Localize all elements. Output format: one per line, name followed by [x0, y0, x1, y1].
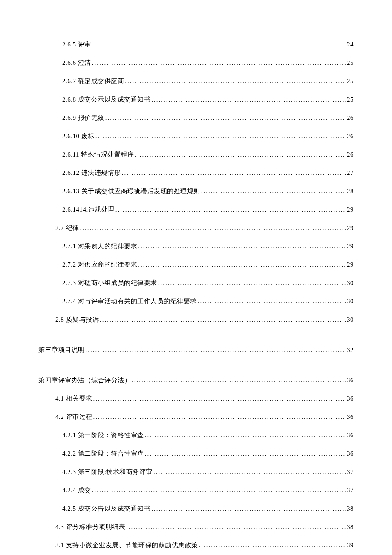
- toc-page-number: 29: [347, 261, 354, 268]
- toc-leader-dots: [145, 450, 346, 457]
- toc-page-number: 30: [347, 279, 354, 287]
- toc-label: 4.3 评分标准分项明细表: [55, 523, 125, 531]
- toc-entry: 2.6.12 违法违规情形 27: [38, 169, 354, 177]
- toc-label: 2.6.9 报价无效: [62, 114, 104, 122]
- toc-entry: 4.2 评审过程36: [38, 413, 354, 421]
- toc-label: 2.6.5 评审: [62, 41, 91, 49]
- toc-leader-dots: [153, 468, 346, 476]
- toc-leader-dots: [95, 133, 346, 140]
- toc-entry: 2.6.9 报价无效 26: [38, 114, 354, 122]
- toc-gap: [38, 364, 354, 376]
- toc-page-number: 37: [347, 487, 354, 494]
- toc-entry: 2.6.11 特殊情况处置程序 26: [38, 151, 354, 159]
- toc-leader-dots: [138, 261, 346, 268]
- toc-leader-dots: [93, 413, 346, 421]
- toc-page-number: 32: [347, 346, 354, 354]
- toc-page-number: 25: [347, 96, 354, 103]
- toc-entry: 2.7 纪律29: [38, 224, 354, 232]
- toc-page-number: 36: [347, 413, 354, 421]
- toc-label: 4.2.2 第二阶段：符合性审查: [62, 450, 144, 458]
- toc-page-number: 25: [347, 59, 354, 67]
- toc-label: 4.2.4 成交: [62, 486, 91, 494]
- toc-label: 3.1 支持小微企业发展、节能环保的鼓励优惠政策: [55, 541, 198, 549]
- toc-label: 2.7.2 对供应商的纪律要求: [62, 261, 137, 269]
- toc-leader-dots: [115, 206, 346, 213]
- toc-leader-dots: [92, 59, 346, 67]
- toc-label: 2.6.11 特殊情况处置程序: [62, 151, 134, 159]
- toc-entry: 2.6.8 成交公示以及成交通知书 25: [38, 96, 354, 104]
- toc-page-number: 26: [347, 151, 354, 158]
- toc-gap: [38, 334, 354, 346]
- toc-leader-dots: [122, 169, 346, 177]
- toc-page-number: 39: [347, 542, 354, 549]
- toc-leader-dots: [92, 487, 346, 494]
- table-of-contents: 2.6.5 评审 242.6.6 澄清 252.6.7 确定成交供应商 252.…: [38, 41, 354, 555]
- toc-entry: 4.1 相关要求36: [38, 395, 354, 403]
- toc-page-number: 25: [347, 78, 354, 85]
- toc-leader-dots: [132, 377, 346, 384]
- toc-page-number: 36: [347, 450, 354, 457]
- toc-label: 2.6.6 澄清: [62, 59, 91, 67]
- toc-label: 4.2.3 第三阶段:技术和商务评审: [62, 468, 153, 476]
- toc-page-number: 29: [347, 224, 354, 232]
- toc-entry: 2.7.4 对与评审活动有关的工作人员的纪律要求 30: [38, 297, 354, 305]
- toc-entry: 第四章评审办法（综合评分法）36: [38, 376, 354, 384]
- toc-page-number: 26: [347, 114, 354, 122]
- toc-label: 2.7.1 对采购人的纪律要求: [62, 242, 137, 250]
- toc-entry: 2.7.1 对采购人的纪律要求 29: [38, 242, 354, 250]
- toc-page-number: 29: [347, 243, 354, 250]
- toc-page-number: 36: [347, 395, 354, 402]
- toc-entry: 4.2.4 成交 37: [38, 486, 354, 494]
- toc-label: 2.7.3 对磋商小组成员的纪律要求: [62, 279, 157, 287]
- toc-leader-dots: [86, 346, 346, 354]
- toc-page-number: 28: [347, 188, 354, 195]
- toc-label: 2.6.7 确定成交供应商: [62, 77, 124, 85]
- toc-page-number: 36: [347, 432, 354, 439]
- toc-leader-dots: [100, 316, 346, 323]
- toc-entry: 2.8 质疑与投诉30: [38, 316, 354, 324]
- toc-label: 4.2 评审过程: [55, 413, 92, 421]
- toc-page-number: 30: [347, 298, 354, 305]
- toc-leader-dots: [105, 114, 346, 122]
- toc-entry: 3.1 支持小微企业发展、节能环保的鼓励优惠政策39: [38, 541, 354, 549]
- toc-page-number: 37: [347, 468, 354, 476]
- toc-entry: 2.6.6 澄清 25: [38, 59, 354, 67]
- toc-leader-dots: [201, 188, 346, 195]
- toc-leader-dots: [158, 279, 346, 287]
- toc-leader-dots: [92, 41, 346, 48]
- toc-entry: 第三章项目说明32: [38, 346, 354, 354]
- toc-leader-dots: [151, 96, 346, 103]
- toc-entry: 4.2.1 第一阶段：资格性审查 36: [38, 431, 354, 439]
- toc-entry: 2.6.1414.违规处理29: [38, 206, 354, 214]
- toc-entry: 2.6.13 关于成交供应商瑕疵滞后发现的处理规则 28: [38, 187, 354, 195]
- toc-label: 2.6.1414.违规处理: [62, 206, 115, 214]
- toc-label: 2.6.8 成交公示以及成交通知书: [62, 96, 150, 104]
- toc-entry: 4.3 评分标准分项明细表38: [38, 523, 354, 531]
- toc-leader-dots: [198, 298, 346, 305]
- toc-leader-dots: [135, 151, 346, 158]
- toc-leader-dots: [80, 224, 346, 232]
- toc-label: 2.7 纪律: [55, 224, 79, 232]
- toc-page-number: 30: [347, 316, 354, 323]
- toc-label: 2.6.12 违法违规情形: [62, 169, 121, 177]
- toc-label: 第四章评审办法（综合评分法）: [38, 376, 131, 384]
- toc-entry: 2.7.2 对供应商的纪律要求 29: [38, 261, 354, 269]
- toc-page-number: 26: [347, 133, 354, 140]
- toc-leader-dots: [151, 505, 346, 512]
- toc-leader-dots: [199, 542, 346, 549]
- toc-label: 2.7.4 对与评审活动有关的工作人员的纪律要求: [62, 297, 197, 305]
- toc-leader-dots: [138, 243, 346, 250]
- toc-entry: 4.2.2 第二阶段：符合性审查 36: [38, 450, 354, 458]
- toc-entry: 4.2.3 第三阶段:技术和商务评审 37: [38, 468, 354, 476]
- toc-page-number: 29: [347, 206, 354, 213]
- toc-page-number: 24: [347, 41, 354, 48]
- toc-entry: 2.6.7 确定成交供应商 25: [38, 77, 354, 85]
- toc-leader-dots: [93, 395, 346, 402]
- toc-label: 2.6.13 关于成交供应商瑕疵滞后发现的处理规则: [62, 187, 200, 195]
- toc-entry: 4.2.5 成交公告以及成交通知书 38: [38, 505, 354, 513]
- toc-leader-dots: [126, 523, 346, 531]
- toc-label: 4.1 相关要求: [55, 395, 92, 403]
- toc-label: 4.2.1 第一阶段：资格性审查: [62, 431, 144, 439]
- toc-entry: 2.6.5 评审 24: [38, 41, 354, 49]
- toc-leader-dots: [125, 78, 346, 85]
